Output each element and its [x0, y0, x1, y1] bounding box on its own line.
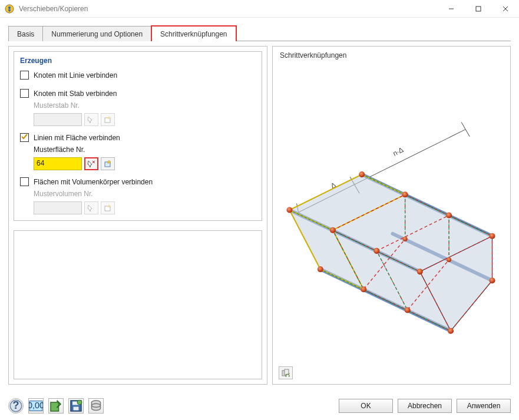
svg-point-47	[361, 286, 366, 292]
database-button[interactable]	[88, 398, 104, 414]
opt-connect-nodes-member[interactable]: Knoten mit Stab verbinden	[20, 89, 256, 98]
svg-point-53	[448, 328, 454, 334]
opt-label: Flächen mit Volumenkörper verbinden	[34, 178, 153, 186]
create-heading: Erzeugen	[20, 57, 256, 65]
dim-far: n·Δ	[392, 145, 405, 158]
opt-label: Knoten mit Stab verbinden	[34, 90, 117, 98]
ok-button[interactable]: OK	[339, 399, 393, 413]
svg-line-15	[461, 123, 465, 130]
tab-strip: Basis Nummerierung und Optionen Schrittv…	[8, 24, 511, 41]
minimize-button[interactable]	[438, 0, 465, 17]
tab-basis[interactable]: Basis	[8, 26, 43, 41]
new-surface-button[interactable]	[101, 157, 115, 170]
tab-options[interactable]: Nummerierung und Optionen	[42, 26, 151, 41]
svg-point-1	[8, 6, 11, 8]
save-button[interactable]	[68, 398, 84, 414]
dialog-content: Basis Nummerierung und Optionen Schrittv…	[1, 18, 518, 392]
import-button[interactable]	[48, 398, 64, 414]
maximize-button[interactable]	[465, 0, 492, 17]
sub-label: Musterfläche Nr.	[34, 145, 256, 154]
preview-heading: Schrittverknüpfungen	[273, 47, 510, 59]
svg-point-56	[447, 257, 451, 262]
window-title: Verschieben/Kopieren	[19, 5, 438, 13]
opt-label: Linien mit Fläche verbinden	[34, 134, 120, 142]
svg-rect-4	[476, 6, 481, 11]
svg-point-49	[446, 213, 452, 219]
svg-point-42	[286, 207, 292, 213]
cancel-button[interactable]: Abbrechen	[398, 399, 452, 413]
opt-connect-nodes-line[interactable]: Knoten mit Linie verbinden	[20, 71, 256, 80]
create-group: Erzeugen Knoten mit Linie verbinden Knot…	[14, 51, 262, 221]
app-icon	[5, 4, 14, 14]
checkbox-icon	[20, 133, 29, 142]
close-button[interactable]	[492, 0, 519, 17]
preview-footer	[279, 366, 293, 379]
sub-label: Musterstab Nr.	[34, 101, 256, 110]
svg-point-52	[489, 233, 495, 239]
panels: Erzeugen Knoten mit Linie verbinden Knot…	[1, 41, 518, 392]
svg-text:0,00: 0,00	[29, 401, 43, 410]
template-member-input	[34, 113, 82, 126]
template-surface-input[interactable]: 64	[34, 157, 82, 170]
svg-point-46	[402, 191, 408, 197]
template-solid-input	[34, 201, 82, 214]
svg-text:?: ?	[13, 399, 19, 411]
svg-point-44	[318, 266, 323, 272]
bottom-bar: ? 0,00 OK Abbrechen Anwenden	[0, 392, 519, 420]
svg-point-51	[417, 269, 423, 275]
svg-point-55	[403, 237, 408, 242]
units-button[interactable]: 0,00	[28, 398, 44, 414]
svg-point-48	[373, 248, 379, 254]
window-controls	[438, 0, 519, 17]
checkbox-icon	[20, 89, 29, 98]
opt-label: Knoten mit Linie verbinden	[34, 71, 117, 80]
create-group-lower	[14, 230, 262, 379]
tab-step-links[interactable]: Schrittverknüpfungen	[151, 25, 236, 41]
pick-surface-button[interactable]	[84, 157, 98, 170]
opt3-subrow: Musterfläche Nr. 64	[34, 145, 256, 170]
checkbox-icon	[20, 71, 29, 80]
svg-point-67	[77, 400, 82, 405]
svg-point-43	[359, 171, 365, 177]
titlebar: Verschieben/Kopieren	[0, 0, 519, 18]
opt2-subrow: Musterstab Nr.	[34, 101, 256, 126]
preview-mode-button[interactable]	[279, 366, 293, 379]
apply-button[interactable]: Anwenden	[457, 399, 511, 413]
pick-icon	[84, 113, 98, 126]
preview-canvas: Δ n·Δ	[279, 64, 504, 361]
svg-rect-66	[74, 407, 79, 411]
opt-connect-lines-surface[interactable]: Linien mit Fläche verbinden	[20, 133, 256, 142]
svg-point-54	[489, 277, 495, 283]
pick-icon	[84, 201, 98, 214]
opt4-subrow: Mustervolumen Nr.	[34, 190, 256, 214]
panel-preview: Schrittverknüpfungen Δ n·Δ	[272, 46, 511, 385]
svg-point-45	[330, 227, 336, 233]
checkbox-icon	[20, 177, 29, 186]
help-button[interactable]: ?	[8, 398, 24, 414]
new-icon	[101, 201, 115, 214]
sub-label: Mustervolumen Nr.	[34, 190, 256, 198]
panel-create: Erzeugen Knoten mit Linie verbinden Knot…	[8, 46, 267, 385]
svg-point-50	[405, 307, 411, 313]
new-icon	[101, 113, 115, 126]
bottom-tool-group: ? 0,00	[8, 398, 104, 414]
opt-connect-surfaces-solid[interactable]: Flächen mit Volumenkörper verbinden	[20, 177, 256, 186]
svg-line-16	[465, 130, 470, 137]
svg-rect-2	[8, 9, 11, 11]
